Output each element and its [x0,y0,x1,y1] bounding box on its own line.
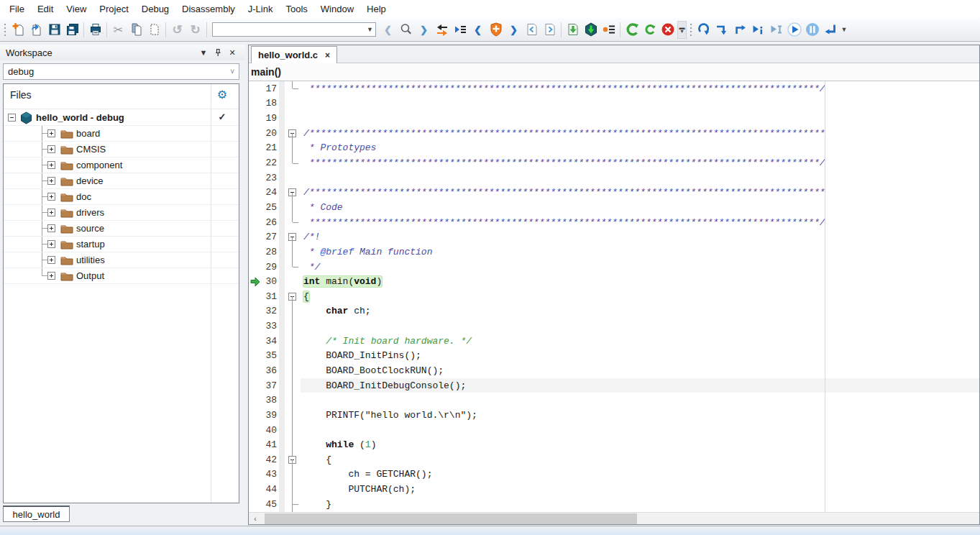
tree-item-doc[interactable]: doc [4,189,239,205]
expand-box-icon[interactable] [47,272,55,280]
close-tab-icon[interactable]: × [325,50,330,60]
menu-item-disassembly[interactable]: Disassembly [175,1,242,17]
expand-box-icon[interactable] [47,177,55,185]
scrollbar-thumb[interactable] [265,513,637,524]
breakpoint-margin[interactable] [249,96,260,111]
editor-tab[interactable]: hello_world.c × [251,46,337,63]
toolbar-grip[interactable] [689,22,694,37]
menu-item-debug[interactable]: Debug [135,1,175,17]
fold-collapse-box[interactable] [285,452,301,467]
breakpoint-margin[interactable] [249,126,260,141]
tree-root-row[interactable]: hello_world - debug ✓ [4,110,239,126]
breakpoint-margin[interactable] [249,111,260,126]
expand-box-icon[interactable] [47,161,55,169]
tree-item-startup[interactable]: startup [4,237,239,252]
expand-box-icon[interactable] [47,240,55,248]
fold-collapse-box[interactable] [285,229,301,244]
code-area[interactable]: 17 *************************************… [249,81,979,512]
break-button[interactable] [713,21,731,39]
save-button[interactable] [45,21,63,39]
breakpoint-list-button[interactable] [600,21,618,39]
breakpoint-margin[interactable] [249,452,260,467]
stop-build-button[interactable] [659,21,677,39]
next-page-button[interactable] [541,21,559,39]
expand-box-icon[interactable] [47,209,55,216]
save-all-button[interactable] [63,21,81,39]
menu-item-help[interactable]: Help [360,1,393,17]
breakpoint-margin[interactable] [249,393,260,408]
configuration-dropdown[interactable]: debug ˅ [3,63,239,80]
tree-item-cmsis[interactable]: CMSIS [4,142,239,157]
find-dropdown-arrow-icon[interactable]: ▼ [365,23,375,36]
breakpoint-margin[interactable] [249,423,260,438]
horizontal-scrollbar[interactable]: ‹ [249,512,979,524]
step-out-button[interactable] [767,21,785,39]
scroll-left-arrow[interactable]: ‹ [249,513,262,524]
breakpoint-margin[interactable] [249,155,260,170]
go-to-function-button[interactable] [451,21,469,39]
breakpoint-margin[interactable] [249,319,260,334]
breakpoint-margin[interactable] [249,185,260,200]
code-line-40[interactable]: 40 [249,423,979,438]
breakpoint-margin[interactable] [249,289,260,304]
breakpoint-margin[interactable] [249,260,260,275]
breakpoint-margin[interactable] [249,349,260,364]
step-over-button[interactable] [731,21,749,39]
code-line-25[interactable]: 25 * Code [249,200,979,215]
code-line-30[interactable]: 30int main(void) [249,274,979,289]
open-file-button[interactable] [27,21,45,39]
code-line-19[interactable]: 19 [249,111,979,126]
code-line-42[interactable]: 42 { [249,452,979,467]
menu-item-j-link[interactable]: J-Link [242,1,280,17]
code-line-43[interactable]: 43 ch = GETCHAR(); [249,467,979,483]
cut-button[interactable]: ✂ [109,21,127,39]
expand-box-icon[interactable] [47,256,55,264]
expand-box-icon[interactable] [47,224,55,232]
breakpoint-margin[interactable] [249,497,260,512]
print-button[interactable] [86,21,104,39]
code-line-34[interactable]: 34 /* Init board hardware. */ [249,334,979,349]
breakpoint-margin[interactable] [249,215,260,230]
code-line-44[interactable]: 44 PUTCHAR(ch); [249,482,979,497]
code-line-37[interactable]: 37 BOARD_InitDebugConsole(); [249,378,979,393]
code-line-17[interactable]: 17 *************************************… [249,81,979,96]
collapse-box-icon[interactable] [8,114,16,122]
workspace-close-button[interactable]: ✕ [225,46,239,59]
fold-collapse-box[interactable] [285,185,301,200]
nav-back-button[interactable]: ❮ [379,21,397,39]
code-line-27[interactable]: 27/*! [249,229,979,244]
find-input[interactable] [213,24,365,35]
code-line-32[interactable]: 32 char ch; [249,304,979,319]
download-file-button[interactable] [564,21,582,39]
breakpoint-margin[interactable] [249,467,260,483]
toolbar-grip[interactable] [3,22,8,37]
code-line-33[interactable]: 33 [249,319,979,334]
fold-collapse-box[interactable] [285,126,301,141]
tree-item-component[interactable]: component [4,157,239,173]
breakpoint-margin[interactable] [249,482,260,497]
pause-button[interactable] [803,21,821,39]
menu-item-edit[interactable]: Edit [31,1,60,17]
expand-box-icon[interactable] [47,129,55,137]
previous-page-button[interactable] [523,21,541,39]
paste-button[interactable] [145,21,163,39]
expand-box-icon[interactable] [47,193,55,201]
make-button[interactable] [623,21,641,39]
code-line-18[interactable]: 18 [249,96,979,111]
breakpoint-margin[interactable] [249,334,260,349]
menu-item-file[interactable]: File [3,1,31,17]
code-line-22[interactable]: 22 *************************************… [249,155,979,170]
code-line-28[interactable]: 28 * @brief Main function [249,244,979,260]
breakpoint-margin[interactable] [249,378,260,393]
nav-forward-button[interactable]: ❯ [415,21,433,39]
breakpoint-margin[interactable] [249,437,260,452]
function-selector-bar[interactable]: main() [249,63,979,81]
toggle-bookmark-button[interactable] [433,21,451,39]
code-line-38[interactable]: 38 [249,393,979,408]
expand-box-icon[interactable] [47,145,55,153]
code-line-20[interactable]: 20/*************************************… [249,126,979,141]
code-line-31[interactable]: 31{ [249,289,979,304]
redo-button[interactable]: ↻ [186,21,204,39]
debug-overflow-button[interactable]: ▼ [839,21,849,39]
code-line-21[interactable]: 21 * Prototypes [249,141,979,156]
